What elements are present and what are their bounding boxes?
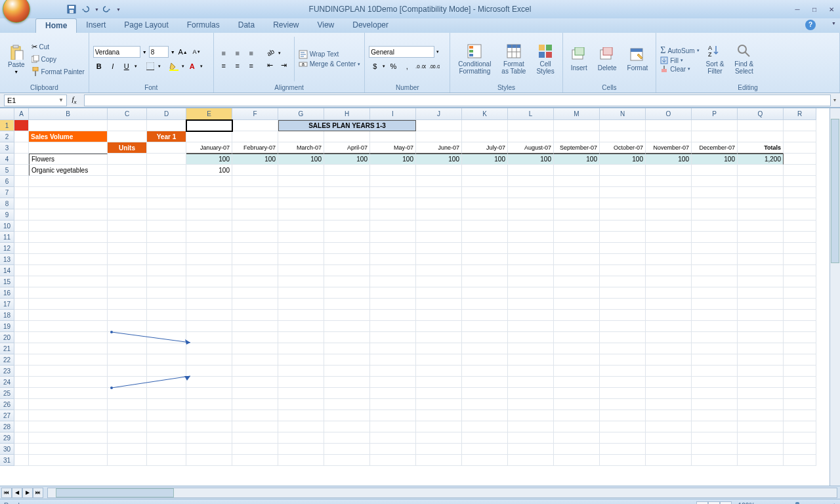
col-header[interactable]: L xyxy=(508,108,554,120)
cell[interactable] xyxy=(692,243,738,254)
cell[interactable]: May-07 xyxy=(370,142,416,154)
tab-nav-prev[interactable]: ◀ xyxy=(12,488,22,498)
cell[interactable] xyxy=(462,243,508,254)
cell[interactable] xyxy=(232,321,278,332)
cell[interactable]: April-07 xyxy=(324,142,370,154)
col-header[interactable]: F xyxy=(232,108,278,120)
cell[interactable] xyxy=(646,165,692,176)
cell[interactable] xyxy=(29,254,108,265)
cell[interactable] xyxy=(554,444,600,455)
cell[interactable] xyxy=(784,198,816,209)
bold-button[interactable]: B xyxy=(93,60,105,72)
view-page-layout-button[interactable] xyxy=(708,501,720,505)
cell[interactable] xyxy=(29,343,108,354)
cell[interactable] xyxy=(186,287,232,299)
cell[interactable] xyxy=(508,377,554,388)
cell[interactable] xyxy=(692,366,738,377)
cell[interactable]: 100 xyxy=(278,154,324,165)
cell[interactable] xyxy=(186,310,232,321)
cell[interactable]: 100 xyxy=(416,154,462,165)
tab-nav-first[interactable]: ⏮ xyxy=(1,488,12,498)
cell[interactable] xyxy=(324,455,370,466)
cell[interactable]: Year 1 xyxy=(147,131,186,142)
cell[interactable] xyxy=(108,287,147,299)
cut-button[interactable]: Cut xyxy=(39,43,50,51)
cell[interactable] xyxy=(370,388,416,399)
find-select-button[interactable]: Find & Select xyxy=(730,35,757,83)
cell[interactable] xyxy=(29,321,108,332)
cell[interactable] xyxy=(147,354,186,366)
cell[interactable] xyxy=(147,287,186,299)
row-header[interactable]: 5 xyxy=(0,165,14,176)
increase-indent-icon[interactable]: ⇥ xyxy=(278,60,290,72)
col-header[interactable]: B xyxy=(29,108,108,120)
cell[interactable] xyxy=(784,187,816,198)
cell[interactable] xyxy=(554,131,600,142)
cell[interactable] xyxy=(324,444,370,455)
cell[interactable] xyxy=(692,388,738,399)
cell[interactable] xyxy=(600,343,646,354)
row-header[interactable]: 26 xyxy=(0,399,14,410)
row-header[interactable]: 23 xyxy=(0,366,14,377)
cell[interactable] xyxy=(738,187,784,198)
cell[interactable] xyxy=(14,332,29,343)
cell[interactable] xyxy=(370,332,416,343)
cell[interactable] xyxy=(738,299,784,310)
cell[interactable]: 100 xyxy=(462,154,508,165)
insert-button[interactable]: Insert xyxy=(567,35,591,83)
cell[interactable] xyxy=(646,310,692,321)
cell[interactable] xyxy=(508,444,554,455)
cell[interactable] xyxy=(692,276,738,287)
merge-center-button[interactable]: aMerge & Center▾ xyxy=(299,60,361,69)
cell[interactable] xyxy=(232,265,278,276)
cell[interactable] xyxy=(554,265,600,276)
cell[interactable] xyxy=(108,410,147,421)
cell[interactable] xyxy=(462,198,508,209)
cell[interactable] xyxy=(370,377,416,388)
col-header[interactable]: P xyxy=(692,108,738,120)
cell[interactable] xyxy=(554,120,600,131)
cell[interactable] xyxy=(232,332,278,343)
cell[interactable] xyxy=(600,176,646,187)
fill-button[interactable]: Fill▾ xyxy=(660,56,699,64)
col-header[interactable]: O xyxy=(646,108,692,120)
cell[interactable] xyxy=(370,131,416,142)
row-header[interactable]: 4 xyxy=(0,154,14,165)
cell[interactable] xyxy=(324,432,370,444)
cell[interactable] xyxy=(370,444,416,455)
cell[interactable] xyxy=(784,120,816,131)
cell[interactable] xyxy=(646,332,692,343)
cell[interactable]: 100 xyxy=(324,154,370,165)
cell[interactable] xyxy=(784,209,816,220)
cell[interactable] xyxy=(646,388,692,399)
cell[interactable] xyxy=(232,198,278,209)
cell[interactable] xyxy=(147,265,186,276)
cell[interactable] xyxy=(554,276,600,287)
italic-button[interactable]: I xyxy=(107,60,119,72)
cell[interactable] xyxy=(232,354,278,366)
cell[interactable] xyxy=(108,444,147,455)
cell[interactable] xyxy=(738,232,784,243)
cell[interactable] xyxy=(508,243,554,254)
cell[interactable] xyxy=(370,243,416,254)
cell[interactable] xyxy=(186,354,232,366)
cell[interactable] xyxy=(14,131,29,142)
row-header[interactable]: 19 xyxy=(0,321,14,332)
cell[interactable] xyxy=(600,354,646,366)
cell[interactable] xyxy=(278,310,324,321)
row-header[interactable]: 6 xyxy=(0,176,14,187)
cell[interactable] xyxy=(462,209,508,220)
cell[interactable] xyxy=(784,421,816,432)
cell[interactable] xyxy=(232,176,278,187)
cell[interactable] xyxy=(147,198,186,209)
cell[interactable] xyxy=(462,343,508,354)
cell[interactable] xyxy=(416,299,462,310)
cell[interactable] xyxy=(324,310,370,321)
cell[interactable] xyxy=(784,287,816,299)
cell[interactable] xyxy=(324,366,370,377)
cell[interactable] xyxy=(232,220,278,232)
cell[interactable] xyxy=(147,332,186,343)
cell[interactable] xyxy=(646,366,692,377)
help-icon[interactable]: ? xyxy=(805,20,816,30)
cell[interactable] xyxy=(554,377,600,388)
